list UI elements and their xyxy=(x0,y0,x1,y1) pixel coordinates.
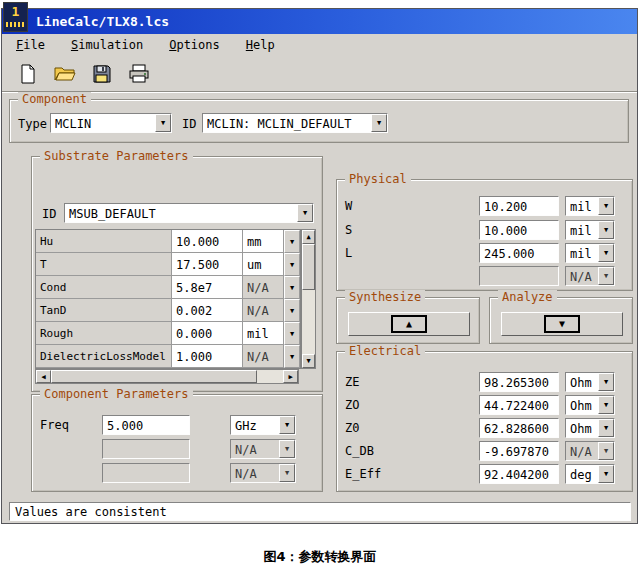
param-row: Freq 5.000 GHz ▼ xyxy=(32,415,322,436)
electrical-group-title: Electrical xyxy=(345,344,425,358)
substrate-param-name: TanD xyxy=(36,299,172,322)
unit-combo: N/A ▼ xyxy=(565,441,615,461)
open-button[interactable] xyxy=(51,60,79,88)
chevron-down-icon[interactable]: ▼ xyxy=(598,373,614,391)
chevron-down-icon[interactable]: ▼ xyxy=(598,221,614,239)
substrate-param-value[interactable]: 0.002 xyxy=(172,299,243,322)
chevron-down-icon[interactable]: ▼ xyxy=(598,197,614,215)
chevron-down-icon[interactable]: ▼ xyxy=(284,345,300,368)
scroll-up-icon[interactable]: ▲ xyxy=(302,230,315,244)
unit-combo[interactable]: Ohm ▼ xyxy=(565,418,615,438)
unit-value: N/A xyxy=(566,267,598,285)
unit-combo[interactable]: mil ▼ xyxy=(565,243,615,263)
vertical-scrollbar[interactable]: ▲ ▼ xyxy=(301,229,316,369)
new-document-button[interactable] xyxy=(14,60,42,88)
chevron-down-icon[interactable]: ▼ xyxy=(284,276,300,299)
menu-help[interactable]: Help xyxy=(246,38,275,52)
menubar: File Simulation Options Help xyxy=(2,34,637,56)
print-button[interactable] xyxy=(125,60,153,88)
synthesize-button[interactable]: ▲ xyxy=(348,312,470,336)
chevron-down-icon: ▼ xyxy=(598,442,614,460)
chevron-down-icon[interactable]: ▼ xyxy=(279,416,295,434)
analyze-group: Analyze ▼ xyxy=(489,297,633,344)
component-id-combo[interactable]: MCLIN: MCLIN_DEFAULT ▼ xyxy=(202,113,388,133)
scroll-left-icon[interactable]: ◀ xyxy=(36,370,51,383)
chevron-down-icon[interactable]: ▼ xyxy=(284,230,300,253)
substrate-param-unit: um xyxy=(243,253,284,276)
unit-combo[interactable]: GHz ▼ xyxy=(230,415,296,435)
menu-options[interactable]: Options xyxy=(169,38,220,52)
unit-combo[interactable]: Ohm ▼ xyxy=(565,372,615,392)
chevron-down-icon[interactable]: ▼ xyxy=(284,299,300,322)
substrate-id-combo[interactable]: MSUB_DEFAULT ▼ xyxy=(64,203,314,223)
component-type-value: MCLIN xyxy=(51,114,155,132)
unit-value: N/A xyxy=(231,464,279,482)
menu-simulation[interactable]: Simulation xyxy=(71,38,143,52)
unit-combo[interactable]: mil ▼ xyxy=(565,220,615,240)
unit-value: Ohm xyxy=(566,396,598,414)
arrow-up-icon: ▲ xyxy=(391,315,427,333)
substrate-param-value[interactable]: 0.000 xyxy=(172,322,243,345)
param-value-field[interactable]: 44.722400 xyxy=(479,395,559,415)
unit-value: mil xyxy=(566,197,598,215)
substrate-param-value[interactable]: 17.500 xyxy=(172,253,243,276)
param-value-field[interactable]: 98.265300 xyxy=(479,372,559,392)
ruler-icon xyxy=(6,22,25,27)
table-row: Cond 5.8e7 N/A ▼ xyxy=(36,276,300,299)
scrollbar-track[interactable] xyxy=(302,290,315,354)
titlebar[interactable]: LineCalc/TLX8.lcs xyxy=(2,9,637,34)
component-group-title: Component xyxy=(18,92,91,106)
substrate-param-unit: mm xyxy=(243,230,284,253)
unit-combo[interactable]: Ohm ▼ xyxy=(565,395,615,415)
component-type-combo[interactable]: MCLIN ▼ xyxy=(50,113,172,133)
param-value-field[interactable]: 92.404200 xyxy=(479,464,559,484)
physical-group-title: Physical xyxy=(345,172,411,186)
param-value-field[interactable]: 62.828600 xyxy=(479,418,559,438)
chevron-down-icon[interactable]: ▼ xyxy=(155,114,171,132)
menu-file[interactable]: File xyxy=(16,38,45,52)
chevron-down-icon[interactable]: ▼ xyxy=(297,204,313,222)
substrate-param-value[interactable]: 10.000 xyxy=(172,230,243,253)
param-value-field[interactable]: 5.000 xyxy=(102,415,190,435)
chevron-down-icon[interactable]: ▼ xyxy=(284,322,300,345)
substrate-param-name: T xyxy=(36,253,172,276)
horizontal-scrollbar[interactable]: ◀ ▶ xyxy=(35,369,299,384)
analyze-button[interactable]: ▼ xyxy=(501,312,623,336)
scroll-right-icon[interactable]: ▶ xyxy=(283,370,298,383)
chevron-down-icon[interactable]: ▼ xyxy=(598,465,614,483)
substrate-param-value[interactable]: 1.000 xyxy=(172,345,243,368)
toolbar xyxy=(2,56,637,92)
param-row: ZE 98.265300 Ohm ▼ xyxy=(337,372,632,393)
unit-combo[interactable]: mil ▼ xyxy=(565,196,615,216)
scrollbar-thumb[interactable] xyxy=(51,370,257,383)
param-value-field xyxy=(479,266,559,286)
unit-combo[interactable]: deg ▼ xyxy=(565,464,615,484)
chevron-down-icon[interactable]: ▼ xyxy=(598,396,614,414)
param-value-field[interactable]: 10.000 xyxy=(479,220,559,240)
chevron-down-icon[interactable]: ▼ xyxy=(598,419,614,437)
substrate-id-label: ID xyxy=(42,207,56,221)
scrollbar-thumb[interactable] xyxy=(302,244,315,290)
param-label: E_Eff xyxy=(345,467,381,481)
save-button[interactable] xyxy=(88,60,116,88)
type-label: Type xyxy=(18,117,47,131)
chevron-down-icon[interactable]: ▼ xyxy=(284,253,300,276)
scrollbar-track[interactable] xyxy=(257,370,283,383)
app-icon[interactable]: 1 xyxy=(3,2,28,32)
unit-combo: N/A ▼ xyxy=(565,266,615,286)
component-parameters-group: Component Parameters Freq 5.000 GHz ▼ N/… xyxy=(31,394,323,492)
window-title: LineCalc/TLX8.lcs xyxy=(36,14,169,29)
table-row: Hu 10.000 mm ▼ xyxy=(36,230,300,253)
substrate-param-name: Hu xyxy=(36,230,172,253)
new-document-icon xyxy=(18,64,38,84)
param-value-field xyxy=(102,463,190,483)
param-value-field[interactable]: 10.200 xyxy=(479,196,559,216)
param-value-field[interactable]: 245.000 xyxy=(479,243,559,263)
param-row: ZO 44.722400 Ohm ▼ xyxy=(337,395,632,416)
scroll-down-icon[interactable]: ▼ xyxy=(302,354,315,368)
substrate-param-value[interactable]: 5.8e7 xyxy=(172,276,243,299)
chevron-down-icon[interactable]: ▼ xyxy=(598,244,614,262)
chevron-down-icon: ▼ xyxy=(279,464,295,482)
chevron-down-icon[interactable]: ▼ xyxy=(371,114,387,132)
param-value-field[interactable]: -9.697870 xyxy=(479,441,559,461)
